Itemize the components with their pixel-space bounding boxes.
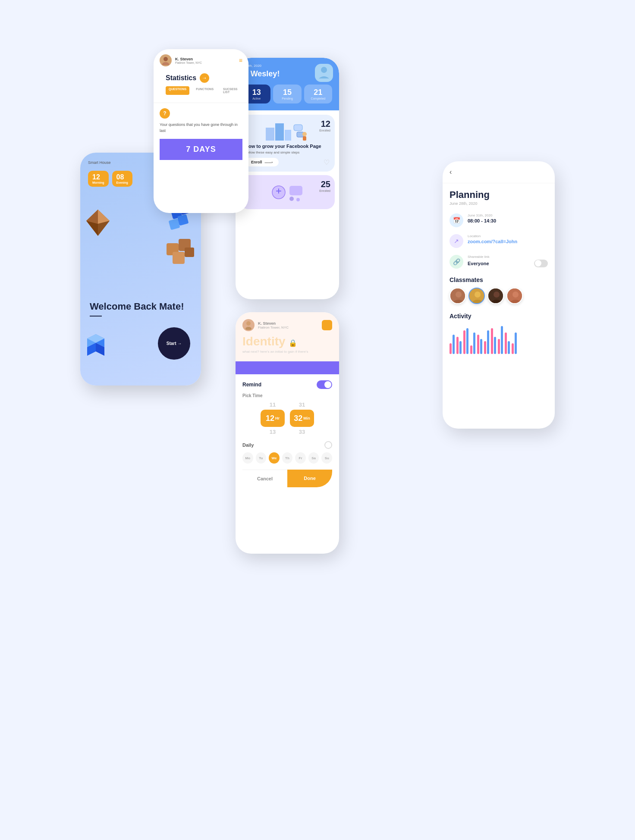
course-illustration-2 xyxy=(245,180,330,204)
planning-title: Planning xyxy=(450,189,548,201)
orange-square-icon xyxy=(322,320,332,330)
plan-time-value: 08:00 - 14:30 xyxy=(468,218,548,223)
back-button[interactable]: ‹ xyxy=(450,168,452,176)
share-toggle[interactable] xyxy=(534,260,548,267)
morning-badge: 12 Morning xyxy=(88,171,109,187)
activity-bar-group xyxy=(484,330,489,354)
min-selected[interactable]: 32 Min xyxy=(290,410,314,427)
activity-bar-red xyxy=(491,328,493,354)
days-highlight: 7 DAYS xyxy=(160,139,242,160)
course-card-2: 25 Enrolled xyxy=(240,175,335,209)
remind-toggle[interactable] xyxy=(317,380,332,389)
planning-date: June 28th, 2020 xyxy=(450,201,548,206)
activity-bar-red xyxy=(450,343,452,354)
tab-functions[interactable]: FUNCTIONS xyxy=(193,86,217,95)
purple-divider xyxy=(236,361,339,374)
activity-bar-red xyxy=(505,332,507,354)
svg-point-22 xyxy=(321,67,327,73)
activity-bar-group xyxy=(450,335,455,354)
identity-heading: Identity 🔒 xyxy=(242,335,332,348)
svg-point-32 xyxy=(289,197,294,201)
activity-bar-red xyxy=(456,337,459,354)
day-mo[interactable]: Mo xyxy=(242,452,253,464)
hr-below: 13 xyxy=(270,429,276,435)
evening-num: 08 xyxy=(116,173,128,181)
done-button[interactable]: Done xyxy=(287,470,332,487)
question-section: ? Your questions that you have gone thro… xyxy=(154,103,248,165)
activity-title: Activity xyxy=(450,313,548,320)
activity-bar-blue xyxy=(494,337,496,354)
planning-header: ‹ xyxy=(443,161,555,183)
activity-section: Activity xyxy=(443,308,555,358)
course-subtitle-1: Follow these easy and simple steps xyxy=(245,150,330,154)
classmates-title: Classmates xyxy=(450,276,548,283)
plan-location-label: Location xyxy=(468,234,548,238)
welcome-heading: Welcome Back Mate! xyxy=(90,301,192,312)
classmate-1 xyxy=(450,288,466,304)
morning-label: Morning xyxy=(92,181,104,184)
activity-bar-blue xyxy=(487,330,489,354)
evening-badge: 08 Evening xyxy=(112,171,132,187)
menu-icon[interactable]: ≡ xyxy=(239,57,242,64)
svg-rect-31 xyxy=(289,186,302,195)
day-su[interactable]: Su xyxy=(321,452,332,464)
smart-house-label: Smart House xyxy=(88,160,111,165)
course-title-1: How to grow your Facebook Page xyxy=(245,144,330,149)
daily-label: Daily xyxy=(242,442,254,448)
reminder-avatar xyxy=(242,319,255,331)
enroll-button-1[interactable]: Enroll ——› xyxy=(245,158,279,166)
daily-radio[interactable] xyxy=(324,441,332,449)
planning-card: ‹ Planning June 28th, 2020 📅 June 31th, … xyxy=(443,161,555,429)
plan-share-value: Everyone xyxy=(468,261,489,266)
stats-user-row: K. Steven Flatiron Tower, NYC ≡ xyxy=(160,54,242,66)
day-we[interactable]: We xyxy=(269,452,280,464)
svg-point-34 xyxy=(246,321,251,326)
dashboard-header: y 28th, 2020 y, Wesley! 13 xyxy=(236,58,339,110)
plan-datetime-row: 📅 June 31th, 2020 08:00 - 14:30 xyxy=(443,210,555,231)
reminder-user-row: K. Steven Flatiron Tower, NYC xyxy=(242,319,332,331)
activity-bar-group xyxy=(463,328,468,354)
day-tu[interactable]: Tu xyxy=(256,452,267,464)
plan-share-row: 🔗 Shareable link Everyone xyxy=(443,251,555,272)
svg-rect-14 xyxy=(185,248,194,257)
svg-rect-29 xyxy=(303,136,306,141)
activity-bar-red xyxy=(484,341,486,354)
dashboard-inner: y 28th, 2020 y, Wesley! 13 xyxy=(236,58,339,209)
enrolled-badge-1: 12 Enrolled xyxy=(319,119,330,132)
day-th[interactable]: Th xyxy=(282,452,293,464)
activity-bar-red xyxy=(512,343,514,354)
svg-rect-13 xyxy=(173,252,185,264)
minutes-column: 31 32 Min 33 xyxy=(290,401,314,435)
svg-point-40 xyxy=(475,291,481,298)
heart-icon[interactable]: ♡ xyxy=(324,158,330,166)
dashboard-stats-row: 13 Active 15 Pending 21 Completed xyxy=(242,85,332,103)
activity-bar-blue xyxy=(459,341,462,354)
copper-cubes xyxy=(167,239,197,275)
activity-bar-blue xyxy=(466,328,468,354)
evening-label: Evening xyxy=(116,181,128,184)
stats-tabs: QUESTIONS FUNCTIONS SUCSESS LIST xyxy=(160,83,242,99)
classmate-2 xyxy=(468,288,485,304)
calendar-icon: 📅 xyxy=(450,213,463,227)
day-sa[interactable]: Sa xyxy=(308,452,319,464)
share-button[interactable]: ⇢ xyxy=(200,73,209,83)
welcome-text-block: Welcome Back Mate! xyxy=(90,301,192,317)
svg-point-33 xyxy=(296,198,300,201)
day-fr[interactable]: Fr xyxy=(295,452,306,464)
tab-success[interactable]: SUCSESS LIST xyxy=(220,86,240,95)
classmates-section: Classmates xyxy=(443,272,555,308)
activity-bar-blue xyxy=(453,335,455,354)
plan-share-content: Shareable link Everyone xyxy=(468,255,548,267)
cancel-button[interactable]: Cancel xyxy=(242,470,287,487)
blue-iso-cubes xyxy=(87,332,115,362)
tab-questions[interactable]: QUESTIONS xyxy=(166,86,189,95)
pick-time-label: Pick Time xyxy=(242,393,332,398)
location-icon: ↗ xyxy=(450,234,463,248)
start-button[interactable]: Start → xyxy=(158,327,190,360)
classmate-4 xyxy=(506,288,523,304)
activity-bar-group xyxy=(456,337,462,354)
hr-selected[interactable]: 12 Hr xyxy=(261,410,285,427)
activity-bar-blue xyxy=(480,339,482,354)
plan-location-value[interactable]: zoom.com/?call=John xyxy=(468,239,548,244)
activity-bar-group xyxy=(512,332,517,354)
